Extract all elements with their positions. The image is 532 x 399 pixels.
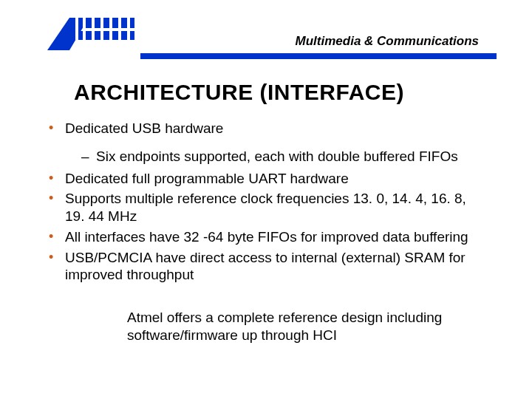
svg-rect-7 (109, 18, 112, 40)
bullet-item: USB/PCMCIA have direct access to interna… (44, 249, 488, 284)
bullet-item: Dedicated USB hardware Six endpoints sup… (44, 120, 488, 166)
svg-rect-5 (92, 18, 95, 40)
sub-bullet-item: Six endpoints supported, each with doubl… (65, 148, 488, 166)
svg-rect-4 (83, 18, 86, 40)
slide-content: Dedicated USB hardware Six endpoints sup… (0, 120, 532, 344)
bullet-text: Dedicated USB hardware (65, 120, 223, 136)
atmel-logo (47, 18, 136, 53)
bullet-list: Dedicated USB hardware Six endpoints sup… (44, 120, 488, 284)
svg-rect-9 (127, 18, 130, 40)
svg-rect-6 (100, 18, 103, 40)
bullet-text: All interfaces have 32 -64 byte FIFOs fo… (65, 229, 468, 245)
bullet-text: Supports multiple reference clock freque… (65, 191, 466, 224)
footer-note: Atmel offers a complete reference design… (44, 309, 488, 344)
slide-title: ARCHITECTURE (INTERFACE) (0, 80, 532, 105)
sub-bullet-text: Six endpoints supported, each with doubl… (96, 149, 458, 164)
header-divider (140, 53, 497, 59)
sub-bullet-list: Six endpoints supported, each with doubl… (65, 148, 488, 166)
svg-rect-8 (118, 18, 121, 40)
bullet-text: Dedicated full programmable UART hardwar… (65, 171, 349, 186)
slide-header: Multimedia & Communications (0, 0, 532, 49)
bullet-text: USB/PCMCIA have direct access to interna… (65, 250, 466, 283)
bullet-item: All interfaces have 32 -64 byte FIFOs fo… (44, 228, 488, 246)
bullet-item: Supports multiple reference clock freque… (44, 190, 488, 225)
bullet-item: Dedicated full programmable UART hardwar… (44, 170, 488, 188)
svg-rect-3 (75, 18, 78, 40)
